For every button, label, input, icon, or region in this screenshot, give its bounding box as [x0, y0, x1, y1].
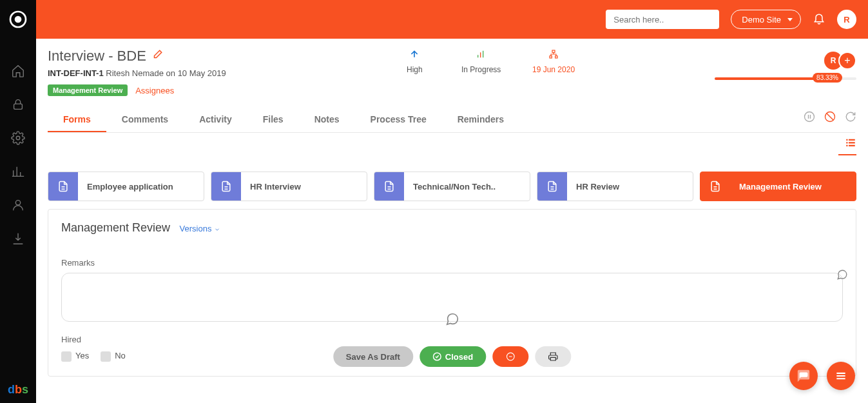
svg-point-3	[16, 136, 20, 140]
svg-rect-15	[849, 145, 855, 146]
hired-label: Hired	[61, 335, 843, 344]
sitemap-icon	[548, 49, 559, 61]
sidebar-item-people[interactable]	[0, 188, 36, 222]
list-view-icon[interactable]	[838, 137, 856, 155]
page-title: Interview - BDE	[48, 48, 146, 64]
stage-label: Employee application	[78, 182, 173, 192]
stage-label: Management Review	[730, 182, 822, 192]
dbs-logo: dbs	[0, 383, 36, 397]
checkbox-icon[interactable]	[101, 351, 111, 362]
svg-rect-5	[552, 50, 555, 52]
svg-rect-13	[849, 142, 855, 143]
stage-label: HR Interview	[241, 182, 301, 192]
pause-icon[interactable]	[804, 111, 815, 126]
content-tabs: Forms Comments Activity Files Notes Proc…	[48, 108, 855, 133]
panel-title: Management Review	[61, 221, 170, 235]
stage-label: HR Review	[567, 182, 619, 192]
save-draft-button[interactable]: Save As Draft	[333, 346, 413, 367]
priority-indicator: High	[407, 49, 423, 74]
arrow-up-icon	[409, 49, 420, 61]
svg-point-8	[805, 112, 815, 122]
delete-button[interactable]	[492, 346, 528, 367]
state-indicator: In Progress	[461, 49, 501, 74]
print-button[interactable]	[535, 346, 571, 367]
tab-reminders[interactable]: Reminders	[442, 108, 519, 132]
form-stage-tabs: Employee application HR Interview Techni…	[36, 133, 868, 201]
svg-rect-10	[846, 139, 847, 141]
due-date-indicator: 19 Jun 2020	[532, 49, 575, 74]
sidebar-item-analytics[interactable]	[0, 155, 36, 188]
menu-fab[interactable]	[827, 362, 855, 390]
tab-process-tree[interactable]: Process Tree	[355, 108, 442, 132]
action-buttons: Save As Draft Closed	[333, 346, 571, 367]
page-meta: INT-DEF-INT-1 Ritesh Nemade on 10 May 20…	[48, 68, 855, 78]
document-icon	[48, 172, 78, 201]
sidebar-item-settings[interactable]	[0, 121, 36, 155]
versions-dropdown[interactable]: Versions	[180, 224, 221, 233]
checkbox-icon[interactable]	[61, 351, 72, 362]
progress-label: 83.33%	[813, 73, 842, 83]
tab-files[interactable]: Files	[247, 108, 299, 132]
tab-comments[interactable]: Comments	[106, 108, 184, 132]
stage-tab-hr-interview[interactable]: HR Interview	[211, 172, 367, 201]
stage-tab-management-review[interactable]: Management Review	[700, 172, 856, 201]
main-content: Interview - BDE INT-DEF-INT-1 Ritesh Nem…	[36, 39, 868, 403]
notifications-icon[interactable]	[813, 12, 825, 27]
stage-label: Technical/Non Tech..	[404, 182, 496, 192]
topbar: Demo Site R	[36, 0, 868, 39]
search-input[interactable]	[606, 10, 719, 29]
stage-tab-technical[interactable]: Technical/Non Tech..	[374, 172, 530, 201]
svg-rect-7	[555, 56, 557, 58]
svg-point-1	[15, 17, 21, 22]
sidebar-item-download[interactable]	[0, 222, 36, 255]
site-dropdown[interactable]: Demo Site	[731, 10, 801, 29]
svg-rect-6	[550, 56, 552, 58]
svg-rect-11	[849, 139, 855, 141]
sidebar-item-home[interactable]	[0, 54, 36, 88]
remarks-label: Remarks	[61, 258, 843, 268]
edit-title-icon[interactable]	[151, 49, 163, 63]
tab-notes[interactable]: Notes	[299, 108, 355, 132]
sidebar-item-security[interactable]	[0, 88, 36, 121]
tab-activity[interactable]: Activity	[184, 108, 247, 132]
document-icon	[211, 172, 241, 201]
document-icon	[374, 172, 404, 201]
field-comment-icon[interactable]	[836, 269, 848, 283]
form-panel: Management Review Versions Remarks Hired…	[48, 209, 856, 377]
svg-rect-12	[846, 142, 847, 143]
svg-point-4	[15, 201, 20, 205]
progress-bar: 83.33%	[715, 77, 856, 80]
page-header: Interview - BDE INT-DEF-INT-1 Ritesh Nem…	[36, 39, 868, 133]
chat-fab[interactable]	[789, 362, 818, 390]
tab-forms[interactable]: Forms	[48, 108, 106, 132]
hired-option-no[interactable]: No	[101, 351, 126, 362]
add-assignee-button[interactable]: +	[838, 52, 856, 70]
app-logo-icon	[8, 9, 28, 30]
stage-badge: Management Review	[48, 84, 128, 96]
document-icon	[537, 172, 567, 201]
stage-tab-hr-review[interactable]: HR Review	[537, 172, 693, 201]
document-icon	[700, 172, 730, 201]
progress-icon	[476, 49, 487, 61]
user-avatar[interactable]: R	[837, 10, 856, 29]
refresh-icon[interactable]	[845, 111, 856, 126]
closed-button[interactable]: Closed	[420, 346, 486, 367]
block-icon[interactable]	[824, 111, 836, 126]
assignees-link[interactable]: Assignees	[135, 86, 174, 95]
hired-option-yes[interactable]: Yes	[61, 351, 89, 362]
sidebar: dbs	[0, 0, 36, 403]
section-comment-icon[interactable]	[445, 312, 459, 329]
svg-rect-14	[846, 145, 847, 146]
svg-rect-2	[14, 104, 23, 109]
stage-tab-employee-application[interactable]: Employee application	[48, 172, 204, 201]
